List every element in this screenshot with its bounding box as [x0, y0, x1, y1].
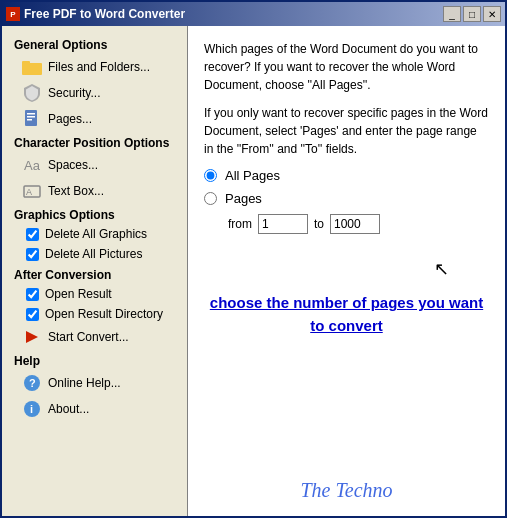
- right-panel: Which pages of the Word Document do you …: [188, 26, 505, 516]
- sidebar-item-about[interactable]: i About...: [2, 396, 187, 422]
- textbox-label: Text Box...: [48, 184, 104, 198]
- section-after-conversion: After Conversion: [2, 264, 187, 284]
- to-input[interactable]: [330, 214, 380, 234]
- textbox-icon: A: [22, 181, 42, 201]
- from-input[interactable]: [258, 214, 308, 234]
- section-graphics: Graphics Options: [2, 204, 187, 224]
- sidebar-item-spaces[interactable]: Aa Spaces...: [2, 152, 187, 178]
- pages-radio[interactable]: [204, 192, 217, 205]
- about-label: About...: [48, 402, 89, 416]
- brand-text: The Techno: [204, 469, 489, 502]
- close-button[interactable]: ✕: [483, 6, 501, 22]
- svg-rect-2: [25, 110, 37, 126]
- folder-icon: [22, 57, 42, 77]
- main-content: General Options Files and Folders...: [2, 26, 505, 516]
- svg-rect-5: [27, 119, 32, 121]
- delete-graphics-label: Delete All Graphics: [45, 227, 147, 241]
- title-bar: P Free PDF to Word Converter _ □ ✕: [2, 2, 505, 26]
- svg-text:Aa: Aa: [24, 158, 41, 173]
- checkbox-delete-graphics[interactable]: Delete All Graphics: [2, 224, 187, 244]
- description-2: If you only want to recover specific pag…: [204, 104, 489, 158]
- title-buttons: _ □ ✕: [443, 6, 501, 22]
- security-icon: [22, 83, 42, 103]
- sidebar-item-security[interactable]: Security...: [2, 80, 187, 106]
- description-1: Which pages of the Word Document do you …: [204, 40, 489, 94]
- open-result-dir-checkbox[interactable]: [26, 308, 39, 321]
- spaces-icon: Aa: [22, 155, 42, 175]
- svg-marker-9: [26, 331, 38, 343]
- section-general-options: General Options: [2, 34, 187, 54]
- svg-text:i: i: [30, 403, 33, 415]
- start-convert-label: Start Convert...: [48, 330, 129, 344]
- radio-row-pages[interactable]: Pages: [204, 191, 489, 206]
- radio-group-pages: All Pages Pages from to: [204, 168, 489, 242]
- security-label: Security...: [48, 86, 100, 100]
- help-icon: ?: [22, 373, 42, 393]
- play-icon: [22, 327, 42, 347]
- open-result-checkbox[interactable]: [26, 288, 39, 301]
- radio-row-all-pages[interactable]: All Pages: [204, 168, 489, 183]
- cta-link[interactable]: choose the number of pages you want to c…: [204, 292, 489, 337]
- pages-radio-label: Pages: [225, 191, 262, 206]
- minimize-button[interactable]: _: [443, 6, 461, 22]
- sidebar-item-pages[interactable]: Pages...: [2, 106, 187, 132]
- from-label: from: [228, 217, 252, 231]
- all-pages-label: All Pages: [225, 168, 280, 183]
- cursor-icon: ↖: [434, 258, 449, 280]
- sidebar-item-textbox[interactable]: A Text Box...: [2, 178, 187, 204]
- to-label: to: [314, 217, 324, 231]
- svg-rect-4: [27, 116, 35, 118]
- sidebar-item-online-help[interactable]: ? Online Help...: [2, 370, 187, 396]
- page-range-row: from to: [204, 214, 489, 234]
- checkbox-open-result[interactable]: Open Result: [2, 284, 187, 304]
- checkbox-delete-pictures[interactable]: Delete All Pictures: [2, 244, 187, 264]
- checkbox-open-result-dir[interactable]: Open Result Directory: [2, 304, 187, 324]
- section-char-position: Character Position Options: [2, 132, 187, 152]
- sidebar-item-files-folders[interactable]: Files and Folders...: [2, 54, 187, 80]
- sidebar-item-start-convert[interactable]: Start Convert...: [2, 324, 187, 350]
- title-bar-left: P Free PDF to Word Converter: [6, 7, 185, 21]
- svg-rect-3: [27, 113, 35, 115]
- files-folders-label: Files and Folders...: [48, 60, 150, 74]
- sidebar: General Options Files and Folders...: [2, 26, 188, 516]
- svg-text:A: A: [26, 187, 32, 197]
- delete-pictures-label: Delete All Pictures: [45, 247, 142, 261]
- svg-text:?: ?: [29, 377, 36, 389]
- maximize-button[interactable]: □: [463, 6, 481, 22]
- pages-label: Pages...: [48, 112, 92, 126]
- all-pages-radio[interactable]: [204, 169, 217, 182]
- pages-icon: [22, 109, 42, 129]
- about-icon: i: [22, 399, 42, 419]
- open-result-label: Open Result: [45, 287, 112, 301]
- open-result-dir-label: Open Result Directory: [45, 307, 163, 321]
- main-window: P Free PDF to Word Converter _ □ ✕ Gener…: [0, 0, 507, 518]
- svg-rect-1: [22, 61, 30, 65]
- online-help-label: Online Help...: [48, 376, 121, 390]
- cursor-area: ↖: [204, 254, 489, 284]
- delete-graphics-checkbox[interactable]: [26, 228, 39, 241]
- delete-pictures-checkbox[interactable]: [26, 248, 39, 261]
- spaces-label: Spaces...: [48, 158, 98, 172]
- app-icon: P: [6, 7, 20, 21]
- section-help: Help: [2, 350, 187, 370]
- window-title: Free PDF to Word Converter: [24, 7, 185, 21]
